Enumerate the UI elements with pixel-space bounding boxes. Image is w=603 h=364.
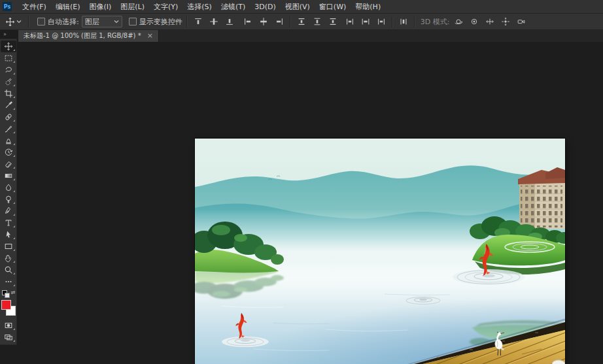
tool-path-selection[interactable] xyxy=(1,229,16,240)
show-transform-label: 显示变换控件 xyxy=(139,17,182,27)
menu-type[interactable]: 文字(Y) xyxy=(149,0,182,13)
color-swatches xyxy=(0,300,17,320)
distribute-vcenter-button[interactable] xyxy=(311,16,324,27)
chevron-down-icon xyxy=(16,20,22,24)
3d-slide-button[interactable] xyxy=(499,16,512,27)
distribute-bottom-icon xyxy=(328,17,337,26)
separator xyxy=(414,16,415,27)
photoshop-logo-icon: Ps xyxy=(3,2,12,11)
ripple-left xyxy=(222,337,269,347)
menu-edit[interactable]: 编辑(E) xyxy=(51,0,85,13)
auto-select-target-value: 图层 xyxy=(85,17,99,27)
tool-history-brush[interactable] xyxy=(1,146,16,158)
ripple-right xyxy=(453,269,525,285)
distribute-bottom-button[interactable] xyxy=(326,16,339,27)
menu-3d[interactable]: 3D(D) xyxy=(250,0,281,13)
align-left-icon xyxy=(243,17,252,26)
chevron-down-icon xyxy=(114,20,119,24)
3d-dolly-button[interactable] xyxy=(515,16,528,27)
document-tab-bar: 未标题-1 @ 100% (图层 1, RGB/8#) * × xyxy=(18,30,603,42)
building xyxy=(518,167,565,229)
document-tab[interactable]: 未标题-1 @ 100% (图层 1, RGB/8#) * × xyxy=(18,30,159,42)
auto-select-target-dropdown[interactable]: 图层 xyxy=(82,16,122,27)
menu-window[interactable]: 窗口(W) xyxy=(315,0,351,13)
rectangle-shape-icon xyxy=(4,242,13,251)
zoom-icon xyxy=(4,265,13,274)
align-top-button[interactable] xyxy=(192,16,205,27)
tool-lasso[interactable] xyxy=(1,64,16,76)
canvas-artboard[interactable] xyxy=(195,139,565,364)
align-left-button[interactable] xyxy=(241,16,254,27)
3d-roll-button[interactable] xyxy=(468,16,481,27)
rectangular-marquee-icon xyxy=(4,54,13,63)
crop-icon xyxy=(4,89,13,98)
tool-type[interactable] xyxy=(1,217,16,229)
tool-hand[interactable] xyxy=(1,252,16,264)
tool-rectangle-shape[interactable] xyxy=(1,240,16,252)
tool-spot-healing-brush[interactable] xyxy=(1,111,16,123)
tool-edit-toolbar[interactable] xyxy=(1,276,16,288)
align-vcenter-button[interactable] xyxy=(207,16,220,27)
align-hcenter-button[interactable] xyxy=(257,16,270,27)
pen-icon xyxy=(4,207,13,216)
tool-move[interactable] xyxy=(1,41,16,52)
lasso-icon xyxy=(4,65,13,74)
tool-gradient[interactable] xyxy=(1,170,16,182)
quick-mask-icon xyxy=(4,321,13,330)
align-right-button[interactable] xyxy=(273,16,286,27)
3d-dolly-icon xyxy=(517,17,526,26)
distribute-left-button[interactable] xyxy=(343,16,356,27)
tool-clone-stamp[interactable] xyxy=(1,135,16,146)
3d-pan-icon xyxy=(485,17,494,26)
tool-pen[interactable] xyxy=(1,205,16,217)
auto-select-label: 自动选择: xyxy=(48,17,79,27)
menu-file[interactable]: 文件(F) xyxy=(18,0,51,13)
menu-view[interactable]: 视图(V) xyxy=(281,0,315,13)
menu-select[interactable]: 选择(S) xyxy=(182,0,216,13)
move-icon xyxy=(4,42,13,51)
auto-select-checkbox[interactable] xyxy=(37,18,45,25)
history-brush-icon xyxy=(4,148,13,157)
photoshop-window: Ps 文件(F) 编辑(E) 图像(I) 图层(L) 文字(Y) 选择(S) 滤… xyxy=(0,0,603,364)
tool-quick-selection[interactable] xyxy=(1,76,16,88)
distribute-hcenter-button[interactable] xyxy=(359,16,372,27)
tool-preset-button[interactable] xyxy=(3,17,24,27)
show-transform-checkbox[interactable] xyxy=(129,18,137,25)
menu-image[interactable]: 图像(I) xyxy=(84,0,116,13)
ripple-middle xyxy=(402,296,445,305)
tool-rectangular-marquee[interactable] xyxy=(1,52,16,64)
align-bottom-button[interactable] xyxy=(223,16,236,27)
tool-dodge[interactable] xyxy=(1,193,16,205)
quick-selection-icon xyxy=(4,77,13,86)
tool-blur[interactable] xyxy=(1,182,16,193)
3d-pan-button[interactable] xyxy=(483,16,496,27)
tool-crop[interactable] xyxy=(1,88,16,99)
distribute-group-horizontal xyxy=(343,16,388,27)
distribute-top-button[interactable] xyxy=(295,16,308,27)
distribute-right-button[interactable] xyxy=(375,16,388,27)
tool-zoom[interactable] xyxy=(1,264,16,276)
distribute-right-icon xyxy=(377,17,386,26)
distribute-hcenter-icon xyxy=(361,17,370,26)
distribute-spacing-group xyxy=(397,16,410,27)
distribute-spacing-button[interactable] xyxy=(397,16,410,27)
dock-collapse-button[interactable]: » xyxy=(0,30,18,39)
document-tab-title: 未标题-1 @ 100% (图层 1, RGB/8#) * xyxy=(24,31,141,41)
menu-filter[interactable]: 滤镜(T) xyxy=(216,0,250,13)
menu-help[interactable]: 帮助(H) xyxy=(351,0,385,13)
quick-mask-button[interactable] xyxy=(1,320,16,331)
swap-colors-icon[interactable]: ⇄ xyxy=(11,290,16,295)
3d-mode-label: 3D 模式: xyxy=(421,17,450,27)
default-colors-control[interactable]: ⇄ xyxy=(0,290,17,297)
tool-eraser[interactable] xyxy=(1,158,16,170)
tool-eyedropper[interactable] xyxy=(1,99,16,111)
tab-close-icon[interactable]: × xyxy=(147,33,153,39)
3d-orbit-button[interactable] xyxy=(452,16,465,27)
foreground-color-swatch[interactable] xyxy=(1,300,11,310)
3d-orbit-icon xyxy=(454,17,463,26)
screen-mode-button[interactable] xyxy=(1,331,16,343)
menu-layer[interactable]: 图层(L) xyxy=(116,0,149,13)
align-group-vertical xyxy=(192,16,236,27)
distribute-left-icon xyxy=(345,17,354,26)
tool-brush[interactable] xyxy=(1,123,16,135)
